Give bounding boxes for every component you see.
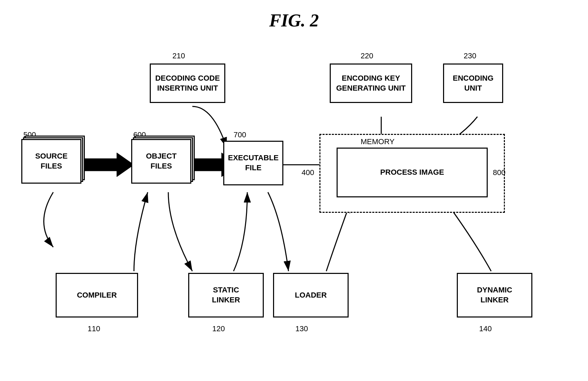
encoding-key-generating-unit-box: ENCODING KEYGENERATING UNIT <box>330 64 412 103</box>
decoding-code-inserting-unit-box: DECODING CODEINSERTING UNIT <box>150 64 225 103</box>
diagram-container: FIG. 2 <box>0 0 588 381</box>
executable-file-box: EXECUTABLEFILE <box>223 141 283 185</box>
dynamic-linker-box: DYNAMICLINKER <box>457 273 532 318</box>
ref-140: 140 <box>479 324 492 333</box>
source-files-box: SOURCEFILES <box>21 139 81 184</box>
ref-120: 120 <box>212 324 225 333</box>
ref-220: 220 <box>361 51 373 60</box>
process-image-box: PROCESS IMAGE <box>337 148 488 197</box>
object-files-box: OBJECTFILES <box>131 139 191 184</box>
encoding-unit-box: ENCODINGUNIT <box>443 64 503 103</box>
ref-210: 210 <box>172 51 185 60</box>
ref-400: 400 <box>302 168 314 177</box>
memory-label: MEMORY <box>361 137 395 146</box>
figure-title: FIG. 2 <box>269 10 319 31</box>
ref-800: 800 <box>493 168 506 177</box>
loader-box: LOADER <box>273 273 349 318</box>
ref-110: 110 <box>88 324 100 333</box>
compiler-box: COMPILER <box>56 273 138 318</box>
static-linker-box: STATICLINKER <box>188 273 264 318</box>
ref-230: 230 <box>464 51 476 60</box>
ref-700: 700 <box>234 130 246 139</box>
ref-130: 130 <box>295 324 308 333</box>
svg-marker-2 <box>84 153 134 177</box>
